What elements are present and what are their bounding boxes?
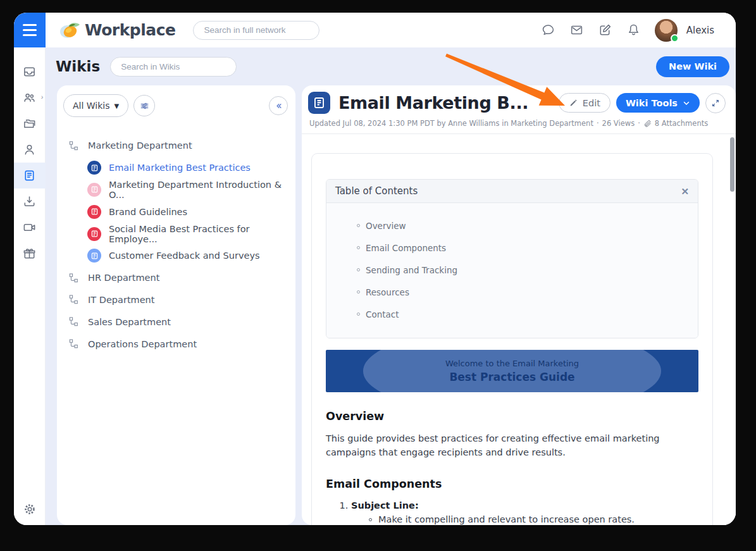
tree-item-label: Sales Department [88,317,171,327]
wiki-meta: Updated Jul 08, 2024 1:30 PM PDT by Anne… [308,114,726,133]
tree-item-department[interactable]: IT Department [68,289,289,311]
settings-gear-icon[interactable] [23,502,37,516]
all-wikis-label: All Wikis [73,101,110,111]
department-icon [68,316,79,327]
banner-line1: Welcome to the Email Marketing [445,359,579,368]
wiki-book-icon [87,205,101,219]
scrollbar-thumb[interactable] [730,137,734,192]
tree-item-label: Customer Feedback and Surveys [109,251,260,261]
toc-link[interactable]: Sending and Tracking [326,259,698,281]
toc-link[interactable]: Contact [326,303,698,325]
tree-item-wiki[interactable]: Social Media Best Practices for Employe.… [68,223,289,245]
list-sub-item: Make it compelling and relevant to incre… [369,512,698,526]
wiki-page-header: Email Marketing B... Edit Wiki Tools [302,85,736,134]
user-avatar[interactable] [655,19,678,42]
bell-icon[interactable] [626,23,641,37]
wiki-document: Table of Contents ✕ Overview Email Compo… [311,153,713,525]
expand-button[interactable] [705,93,726,113]
tree-item-department[interactable]: Operations Department [68,333,289,355]
chat-icon[interactable] [541,23,555,37]
all-wikis-dropdown[interactable]: All Wikis ▼ [63,94,128,117]
views-count: 26 Views [602,119,635,128]
tree-item-label: Operations Department [88,339,197,349]
toc-link-label: Email Components [366,243,446,253]
tree-item-department[interactable]: Sales Department [68,311,289,333]
wikis-search-input[interactable] [110,57,237,77]
online-status-dot [671,34,679,42]
table-of-contents: Table of Contents ✕ Overview Email Compo… [326,179,698,338]
mango-logo-icon [59,20,81,40]
wiki-tools-label: Wiki Tools [626,98,678,108]
people-icon[interactable]: › [14,85,46,111]
page-title: Wikis [56,58,100,75]
meta-separator: · [638,119,640,128]
chevron-right-icon: › [41,93,44,101]
toc-link[interactable]: Overview [326,214,698,237]
wiki-tools-button[interactable]: Wiki Tools [616,93,700,113]
toc-title: Table of Contents [335,185,418,197]
toc-link[interactable]: Resources [326,281,698,303]
overview-paragraph: This guide provides best practices for c… [326,432,698,460]
dropdown-triangle-icon: ▼ [115,102,120,109]
logo-text: Workplace [85,21,175,39]
toc-link[interactable]: Email Components [326,237,698,259]
attachments-count[interactable]: 8 Attachments [655,119,708,128]
edit-button[interactable]: Edit [559,93,610,113]
paperclip-icon [643,120,652,128]
filter-sliders-icon[interactable] [133,95,155,116]
workplace-logo: Workplace [59,20,175,40]
tree-item-department[interactable]: HR Department [68,267,289,289]
tree-item-wiki[interactable]: Customer Feedback and Surveys [68,245,289,267]
bullet-icon [357,290,360,294]
global-search-input[interactable] [193,21,319,40]
left-nav-rail: › [14,47,46,525]
wiki-book-icon [87,161,101,175]
department-icon [68,273,79,283]
new-wiki-button[interactable]: New Wiki [656,56,729,77]
close-icon[interactable]: ✕ [681,187,689,196]
wiki-page-card: Email Marketing B... Edit Wiki Tools [302,85,736,525]
meta-separator: · [597,119,599,128]
tree-item-label: Marketing Department [88,140,192,151]
wiki-book-icon [87,227,101,241]
inbox-icon[interactable] [14,59,46,85]
tree-item-label: Marketing Department Introduction & O... [109,180,289,200]
department-icon [68,338,79,349]
tree-item-wiki[interactable]: Marketing Department Introduction & O... [68,179,289,201]
components-list: Subject Line: Make it compelling and rel… [326,500,698,526]
wikis-icon[interactable] [14,163,46,189]
tree-item-wiki-selected[interactable]: Email Marketing Best Practices [68,157,289,179]
wiki-book-icon [87,249,101,263]
folders-icon[interactable] [14,111,46,137]
download-icon[interactable] [14,189,46,214]
department-icon [68,140,79,151]
tree-item-department[interactable]: Marketing Department [68,135,289,157]
wikis-page: Wikis New Wiki All Wikis ▼ [46,47,736,525]
tree-item-label: Social Media Best Practices for Employe.… [109,224,289,244]
tree-item-label: Brand Guidelines [109,207,187,217]
app-window: Workplace Alexis [14,13,736,525]
banner-line2: Best Practices Guide [449,371,574,383]
wikis-header-band: Wikis New Wiki [46,47,736,85]
toc-link-label: Overview [366,221,406,231]
wiki-title: Email Marketing B... [338,93,528,113]
expand-icon [711,99,720,108]
list-sub-item-text: Make it compelling and relevant to incre… [378,514,635,524]
person-icon[interactable] [14,137,46,163]
bullet-icon [357,268,360,271]
gift-icon[interactable] [14,240,46,266]
tree-item-wiki[interactable]: Brand Guidelines [68,201,289,223]
compose-icon[interactable] [598,23,612,37]
tree-item-label: Email Marketing Best Practices [109,163,251,173]
video-icon[interactable] [14,214,46,240]
hamburger-menu-button[interactable] [14,13,46,47]
wiki-tree-panel: All Wikis ▼ Marketing Depa [57,85,295,525]
wiki-content-area: Table of Contents ✕ Overview Email Compo… [302,134,736,525]
pencil-icon [569,98,578,108]
top-bar: Workplace Alexis [14,13,736,47]
collapse-panel-button[interactable] [269,96,288,115]
mail-icon[interactable] [569,23,584,37]
wiki-tree: Marketing Department Email Marketing Bes… [63,135,289,355]
toc-link-label: Sending and Tracking [366,265,457,275]
bullet-icon [357,246,360,249]
